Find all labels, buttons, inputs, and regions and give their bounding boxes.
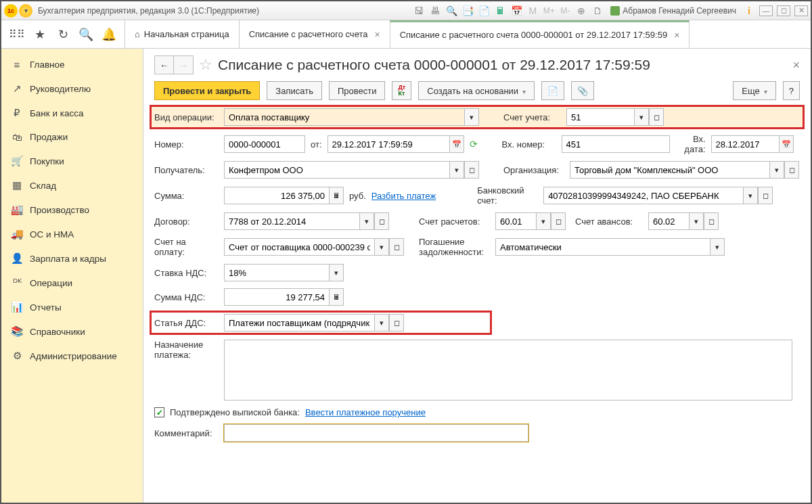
report-button[interactable]: 📄	[541, 81, 564, 100]
info-icon[interactable]: i	[743, 5, 755, 16]
vat-sum-input[interactable]	[224, 288, 329, 306]
dds-input[interactable]	[224, 314, 374, 331]
settle-acc-dropdown-button[interactable]: ▾	[536, 212, 551, 230]
notifications-icon[interactable]: 🔔	[97, 20, 120, 48]
m-icon[interactable]: M	[526, 5, 539, 16]
invoice-dropdown-button[interactable]: ▾	[374, 238, 389, 256]
vat-sum-calc-button[interactable]: 🖩	[329, 288, 344, 306]
invoice-open-button[interactable]: ◻	[389, 238, 404, 256]
dds-open-button[interactable]: ◻	[389, 314, 404, 331]
date-input[interactable]	[328, 135, 449, 153]
org-dropdown-button[interactable]: ▾	[769, 161, 784, 179]
vat-rate-dropdown-button[interactable]: ▾	[329, 264, 344, 281]
tab-writeoff-document[interactable]: Списание с расчетного счета 0000-000001 …	[390, 20, 690, 48]
favorite-icon[interactable]: ★	[28, 20, 51, 48]
post-button[interactable]: Провести	[329, 81, 386, 100]
tab-close-icon[interactable]: ×	[674, 30, 679, 41]
invoice-input[interactable]	[224, 238, 374, 256]
maximize-button[interactable]: ◻	[777, 5, 790, 16]
in-date-picker-button[interactable]: 📅	[779, 135, 794, 153]
m-plus-icon[interactable]: M+	[543, 6, 555, 16]
settle-acc-open-button[interactable]: ◻	[551, 212, 566, 230]
bank-acc-input[interactable]	[543, 187, 743, 204]
calendar-icon[interactable]: 📅	[510, 5, 522, 16]
search-icon[interactable]: 🔍	[74, 20, 97, 48]
sidebar-item-production[interactable]: 🏭Производство	[1, 198, 143, 222]
bank-acc-dropdown-button[interactable]: ▾	[743, 187, 758, 204]
create-based-button[interactable]: Создать на основании	[418, 81, 535, 100]
close-document-icon[interactable]: ×	[792, 58, 800, 72]
nav-forward-button[interactable]: →	[174, 56, 193, 74]
sum-input[interactable]	[224, 187, 329, 204]
number-input[interactable]	[224, 135, 305, 153]
tab-writeoff-list[interactable]: Списание с расчетного счета ×	[239, 20, 390, 48]
compare-icon[interactable]: 📑	[461, 5, 474, 16]
tab-home[interactable]: ⌂ Начальная страница	[125, 20, 239, 48]
sidebar-item-operations[interactable]: ᴰᴷОперации	[1, 271, 143, 295]
history-icon[interactable]: ↻	[51, 20, 74, 48]
bank-acc-open-button[interactable]: ◻	[758, 187, 773, 204]
in-number-input[interactable]	[562, 135, 670, 153]
sections-icon[interactable]: ⠿⠿	[5, 20, 28, 48]
sidebar-item-sales[interactable]: 🛍Продажи	[1, 125, 143, 149]
advance-acc-dropdown-button[interactable]: ▾	[689, 212, 704, 230]
settle-acc-input[interactable]	[495, 212, 536, 230]
debt-input[interactable]	[495, 238, 710, 256]
sidebar-item-reports[interactable]: 📊Отчеты	[1, 295, 143, 319]
account-dropdown-button[interactable]: ▾	[634, 108, 649, 126]
sidebar-item-salary[interactable]: 👤Зарплата и кадры	[1, 246, 143, 271]
sum-calc-button[interactable]: 🖩	[329, 187, 344, 204]
confirmed-checkbox[interactable]: ✓	[154, 407, 164, 417]
in-date-input[interactable]	[711, 135, 779, 153]
sidebar-item-warehouse[interactable]: ▦Склад	[1, 173, 143, 198]
op-type-input[interactable]	[224, 108, 464, 126]
sidebar-item-admin[interactable]: ⚙Администрирование	[1, 344, 143, 368]
account-open-button[interactable]: ◻	[649, 108, 664, 126]
sidebar-item-bank[interactable]: ₽Банк и касса	[1, 101, 143, 125]
split-payment-link[interactable]: Разбить платеж	[371, 191, 436, 201]
attach-button[interactable]: 📎	[571, 81, 594, 100]
contract-open-button[interactable]: ◻	[374, 212, 389, 230]
enter-payment-order-link[interactable]: Ввести платежное поручение	[305, 407, 426, 417]
favorite-star-icon[interactable]: ☆	[199, 56, 212, 74]
tab-close-icon[interactable]: ×	[374, 29, 380, 40]
recipient-dropdown-button[interactable]: ▾	[449, 161, 464, 179]
more-button[interactable]: Еще	[733, 81, 775, 100]
sidebar-item-purchases[interactable]: 🛒Покупки	[1, 149, 143, 173]
dds-dropdown-button[interactable]: ▾	[374, 314, 389, 331]
purpose-textarea[interactable]	[224, 340, 792, 400]
recipient-open-button[interactable]: ◻	[464, 161, 479, 179]
org-open-button[interactable]: ◻	[784, 161, 799, 179]
help-button[interactable]: ?	[783, 81, 800, 100]
write-button[interactable]: Записать	[267, 81, 322, 100]
zoom-icon[interactable]: ⊕	[575, 5, 587, 16]
contract-input[interactable]	[224, 212, 359, 230]
advance-acc-input[interactable]	[648, 212, 689, 230]
debt-dropdown-button[interactable]: ▾	[710, 238, 725, 256]
preview-icon[interactable]: 🔍	[445, 5, 457, 16]
nav-back-button[interactable]: ←	[155, 56, 174, 74]
close-window-button[interactable]: ✕	[794, 5, 808, 16]
post-and-close-button[interactable]: Провести и закрыть	[154, 81, 260, 100]
vat-rate-input[interactable]	[224, 264, 329, 281]
m-minus-icon[interactable]: M-	[559, 6, 571, 16]
account-input[interactable]	[566, 108, 634, 126]
print-icon[interactable]: 🖶	[429, 5, 441, 16]
current-user[interactable]: Абрамов Геннадий Сергеевич	[608, 6, 739, 16]
doc-icon[interactable]: 🗋	[591, 5, 604, 16]
dtkt-button[interactable]: ДтКт	[392, 81, 411, 100]
advance-acc-open-button[interactable]: ◻	[704, 212, 719, 230]
minimize-button[interactable]: —	[759, 5, 773, 16]
recipient-input[interactable]	[224, 161, 449, 179]
calculator-icon[interactable]: 🖩	[494, 5, 506, 16]
contract-dropdown-button[interactable]: ▾	[359, 212, 374, 230]
sidebar-item-manager[interactable]: ↗Руководителю	[1, 76, 143, 101]
op-type-dropdown-button[interactable]: ▾	[464, 108, 479, 126]
sidebar-item-assets[interactable]: 🚚ОС и НМА	[1, 222, 143, 246]
app-menu-dropdown-icon[interactable]	[19, 4, 32, 18]
org-input[interactable]	[570, 161, 769, 179]
date-picker-button[interactable]: 📅	[449, 135, 464, 153]
sidebar-item-main[interactable]: ≡Главное	[1, 53, 143, 76]
save-icon[interactable]: 🖫	[413, 5, 425, 16]
sidebar-item-directories[interactable]: 📚Справочники	[1, 319, 143, 344]
